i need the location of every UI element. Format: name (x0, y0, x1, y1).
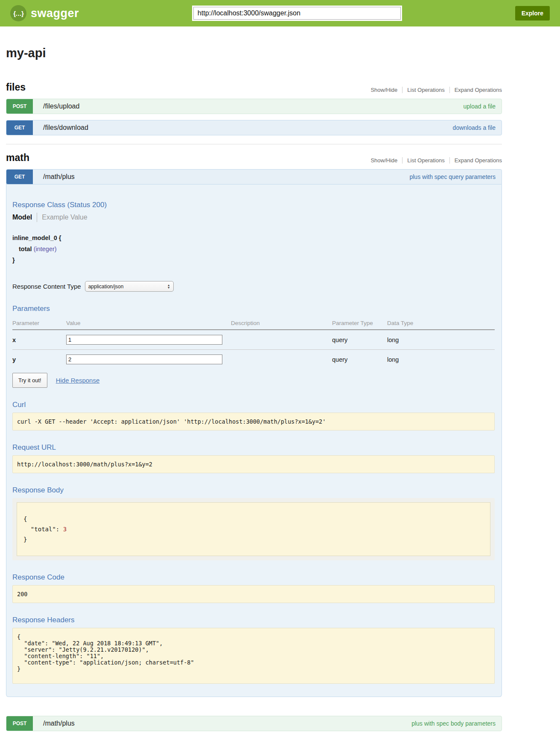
model-property-name: total (19, 246, 32, 252)
model-property-type: (integer) (34, 246, 57, 252)
method-badge[interactable]: GET (6, 170, 33, 184)
operation-row-get-math-plus[interactable]: GET /math/plus plus with spec query para… (6, 169, 502, 184)
response-content-type-label: Response Content Type (12, 283, 81, 290)
arrow-down-icon: ▼ (167, 287, 170, 289)
section-links-files: Show/Hide List Operations Expand Operati… (366, 87, 502, 93)
method-badge[interactable]: GET (6, 120, 33, 135)
operation-row-post-files-upload[interactable]: POST /files/upload upload a file (6, 99, 502, 114)
page-title: my-api (6, 46, 502, 60)
operation-detail-panel: Response Class (Status 200) Model Exampl… (6, 184, 502, 697)
expand-operations-link[interactable]: Expand Operations (449, 87, 502, 93)
response-content-type-select[interactable]: application/json ▲ ▼ (85, 281, 174, 292)
param-value-cell (66, 330, 231, 350)
response-headers-heading: Response Headers (12, 616, 495, 624)
response-content-type-value: application/json (88, 284, 124, 290)
param-name-cell: y (12, 350, 66, 369)
json-number-value: 3 (63, 526, 67, 533)
param-description-cell (231, 330, 332, 350)
parameters-header-row: Parameter Value Description Parameter Ty… (12, 316, 495, 330)
show-hide-link[interactable]: Show/Hide (366, 157, 402, 164)
response-class-heading: Response Class (Status 200) (12, 201, 495, 209)
model-close: } (12, 255, 495, 266)
operation-path[interactable]: /files/upload (43, 102, 79, 110)
param-value-cell (66, 350, 231, 369)
actions-row: Try it out! Hide Response (12, 373, 495, 388)
request-url-value: http://localhost:3000/math/plus?x=1&y=2 (12, 455, 495, 473)
operation-row-post-math-plus[interactable]: POST /math/plus plus with spec body para… (6, 716, 502, 731)
response-body-heading: Response Body (12, 486, 495, 495)
model-property: total (integer) (19, 243, 495, 255)
section-links-math: Show/Hide List Operations Expand Operati… (366, 157, 502, 164)
spec-url-frame (192, 6, 402, 21)
column-header-data-type: Data Type (387, 316, 495, 330)
param-type-cell: query (332, 330, 387, 350)
operation-summary[interactable]: plus with spec query parameters (409, 173, 496, 180)
method-badge[interactable]: POST (6, 99, 33, 114)
param-name-cell: x (12, 330, 66, 350)
model-open: inline_model_0 { (12, 232, 495, 243)
section-head-math: math Show/Hide List Operations Expand Op… (6, 152, 502, 164)
hide-response-link[interactable]: Hide Response (56, 377, 100, 384)
operation-summary[interactable]: plus with spec body parameters (411, 720, 496, 727)
section-divider (6, 144, 502, 144)
request-url-heading: Request URL (12, 443, 495, 452)
response-code-value: 200 (12, 585, 495, 603)
column-header-parameter-type: Parameter Type (332, 316, 387, 330)
column-header-value: Value (66, 316, 231, 330)
swagger-logo-icon: {…} (10, 5, 26, 21)
response-body-json: { "total": 3 } (17, 502, 490, 556)
operation-summary[interactable]: upload a file (463, 103, 496, 110)
select-arrows-icon: ▲ ▼ (167, 284, 170, 289)
parameters-table: Parameter Value Description Parameter Ty… (12, 316, 495, 369)
section-title-math: math (6, 152, 29, 164)
parameter-row-x: x query long (12, 330, 495, 350)
list-operations-link[interactable]: List Operations (402, 87, 449, 93)
json-key: "total": (31, 526, 59, 533)
param-y-input[interactable] (66, 354, 222, 364)
column-header-description: Description (231, 316, 332, 330)
curl-heading: Curl (12, 401, 495, 409)
param-type-cell: query (332, 350, 387, 369)
section-title-files: files (6, 82, 26, 93)
curl-command: curl -X GET --header 'Accept: applicatio… (12, 413, 495, 430)
param-x-input[interactable] (66, 335, 222, 345)
try-it-out-button[interactable]: Try it out! (12, 373, 47, 388)
json-brace-close: } (23, 536, 27, 543)
list-operations-link[interactable]: List Operations (402, 157, 449, 164)
tab-example-value[interactable]: Example Value (37, 214, 87, 221)
swagger-logo-text: swagger (31, 7, 79, 20)
operation-path[interactable]: /math/plus (43, 173, 75, 181)
param-data-type-cell: long (387, 350, 495, 369)
response-code-heading: Response Code (12, 573, 495, 582)
operation-path[interactable]: /files/download (43, 124, 88, 132)
parameters-heading: Parameters (12, 305, 495, 313)
model-tabs: Model Example Value (12, 213, 495, 222)
param-data-type-cell: long (387, 330, 495, 350)
operation-row-get-files-download[interactable]: GET /files/download downloads a file (6, 120, 502, 135)
section-head-files: files Show/Hide List Operations Expand O… (6, 82, 502, 93)
operation-summary[interactable]: downloads a file (453, 124, 496, 131)
spec-url-input[interactable] (193, 7, 401, 20)
json-brace-open: { (23, 515, 27, 522)
expand-operations-link[interactable]: Expand Operations (449, 157, 502, 164)
explore-button[interactable]: Explore (515, 6, 550, 20)
column-header-parameter: Parameter (12, 316, 66, 330)
param-description-cell (231, 350, 332, 369)
response-headers-json: { "date": "Wed, 22 Aug 2018 18:49:13 GMT… (12, 628, 495, 684)
model-signature: inline_model_0 { total (integer) } (12, 232, 495, 266)
response-content-type-row: Response Content Type application/json ▲… (12, 281, 495, 292)
main-content: my-api files Show/Hide List Operations E… (6, 46, 502, 731)
parameter-row-y: y query long (12, 350, 495, 369)
operation-path[interactable]: /math/plus (43, 720, 75, 727)
header-bar: {…} swagger Explore (0, 0, 560, 26)
show-hide-link[interactable]: Show/Hide (366, 87, 402, 93)
tab-model[interactable]: Model (12, 214, 37, 221)
method-badge[interactable]: POST (6, 716, 33, 731)
swagger-logo[interactable]: {…} swagger (10, 5, 79, 21)
response-body-container: { "total": 3 } (12, 498, 495, 560)
